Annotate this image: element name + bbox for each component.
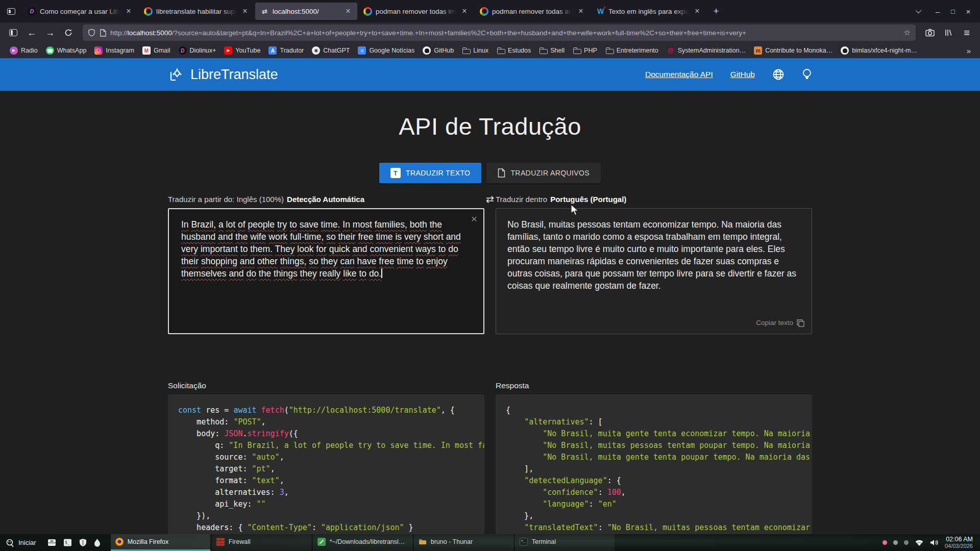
request-section-label: Solicitação — [168, 381, 484, 390]
bookmark-label: Contribute to Monoka… — [765, 47, 832, 54]
bookmark-item[interactable]: ▶ Radio — [6, 45, 41, 56]
source-language-label[interactable]: Traduzir a partir do: Inglês (100%)Detec… — [168, 195, 484, 204]
site-title-text: LibreTranslate — [190, 67, 278, 83]
taskbar-window-button[interactable]: Terminal — [515, 534, 615, 551]
tab-title: podman remover todas imag — [376, 8, 456, 15]
browser-tab[interactable]: G podman remover todas imag × — [358, 3, 474, 20]
minimize-button[interactable]: – — [930, 4, 945, 19]
bookmark-item[interactable]: Linux — [458, 45, 492, 56]
list-all-tabs-button[interactable] — [911, 4, 925, 18]
request-code-block: const res = await fetch("http://localhos… — [168, 394, 484, 534]
terminal-launcher-icon[interactable]: $_ — [63, 538, 72, 547]
window-icon — [520, 538, 528, 546]
clock[interactable]: 02:06 AM 04/03/2026 — [945, 536, 975, 549]
translate-text-tab[interactable]: T TRADUZIR TEXTO — [379, 163, 481, 183]
bookmark-label: Google Notícias — [369, 47, 414, 54]
taskbar-window-button[interactable]: *~/Downloads/libretransl… — [313, 534, 412, 551]
close-window-button[interactable]: × — [961, 4, 976, 19]
browser-tab[interactable]: G libretranslate habilitar supor × — [139, 3, 254, 20]
flame-launcher-icon[interactable] — [94, 538, 101, 547]
screen: D Como começar a usar LibreT × G libretr… — [0, 0, 980, 551]
file-manager-launcher-icon[interactable] — [47, 538, 56, 547]
bookmark-star-icon[interactable]: ☆ — [904, 28, 911, 37]
bookmark-label: Linux — [473, 47, 488, 54]
bookmark-favicon — [841, 46, 849, 55]
clear-text-button[interactable]: × — [471, 213, 477, 224]
tab-close-icon[interactable]: × — [124, 6, 134, 16]
bookmark-item[interactable]: Estudos — [493, 45, 534, 56]
tab-favicon: G — [144, 7, 153, 16]
wifi-icon[interactable] — [915, 539, 924, 546]
save-page-button[interactable] — [940, 25, 957, 40]
bookmark-item[interactable]: A Tradutor — [265, 45, 307, 56]
bookmark-item[interactable]: @ SystemAdministration… — [663, 45, 749, 56]
app-menu-button[interactable]: ≡ — [959, 25, 975, 40]
tab-close-icon[interactable]: × — [692, 6, 702, 16]
clock-date: 04/03/2026 — [945, 543, 973, 549]
url-bar[interactable]: http://localhost:5000/?source=auto&targe… — [83, 24, 916, 41]
back-button[interactable]: ← — [23, 25, 40, 40]
bookmark-item[interactable]: M Gmail — [139, 45, 174, 56]
tray-dot-pink[interactable] — [883, 540, 887, 545]
url-text: http://localhost:5000/?source=auto&targe… — [110, 29, 900, 37]
translate-files-tab[interactable]: TRADUZIR ARQUIVOS — [486, 163, 601, 183]
bookmark-item[interactable]: GitHub — [419, 45, 457, 56]
reload-button[interactable] — [60, 25, 77, 40]
forward-button[interactable]: → — [42, 25, 58, 40]
firefox-view-button[interactable] — [3, 4, 19, 19]
bookmarks-overflow-button[interactable]: » — [964, 46, 974, 55]
screenshot-button[interactable] — [922, 25, 938, 40]
new-tab-button[interactable]: + — [708, 4, 724, 19]
target-language-label[interactable]: Traduzir dentroPortuguês (Portugal) — [496, 195, 812, 204]
bookmark-favicon — [94, 46, 103, 55]
bookmark-item[interactable]: Entreterimento — [602, 45, 662, 56]
bookmark-item[interactable]: Shell — [535, 45, 568, 56]
tab-close-icon[interactable]: × — [343, 6, 353, 16]
bookmark-item[interactable]: PHP — [569, 45, 601, 56]
bookmark-item[interactable]: bimlas/xfce4-night-m… — [837, 45, 921, 56]
tab-close-icon[interactable]: × — [240, 6, 250, 16]
tab-close-icon[interactable]: × — [459, 6, 470, 16]
bookmark-item[interactable]: ▶ YouTube — [220, 45, 264, 56]
bookmark-label: YouTube — [235, 47, 260, 54]
bookmark-favicon — [573, 46, 581, 55]
bookmark-item[interactable]: m Contribute to Monoka… — [750, 45, 836, 56]
taskbar-window-button[interactable]: Mozilla Firefox — [111, 534, 210, 551]
browser-tab[interactable]: ⇄ localhost:5000/ × — [255, 3, 357, 20]
copy-text-button[interactable]: Copiar texto — [756, 317, 804, 329]
browser-tab[interactable]: G podman remover todas arma × — [475, 3, 590, 20]
bookmark-item[interactable]: D Diolinux+ — [175, 45, 220, 56]
bookmark-label: Radio — [21, 47, 38, 54]
quick-launchers: $_ — [42, 534, 106, 551]
theme-toggle-button[interactable] — [802, 68, 812, 81]
language-globe-button[interactable] — [772, 68, 785, 81]
browser-tab[interactable]: D Como começar a usar LibreT × — [22, 3, 138, 20]
bookmark-item[interactable]: Instagram — [91, 45, 138, 56]
bookmark-label: SystemAdministration… — [678, 47, 746, 54]
swap-languages-button[interactable]: ⇄ — [484, 193, 496, 205]
bookmark-item[interactable]: ☎ WhatsApp — [42, 45, 90, 56]
firewall-shield-launcher-icon[interactable] — [79, 538, 87, 547]
text-mode-icon: T — [390, 168, 401, 178]
tab-favicon: D — [28, 7, 36, 16]
maximize-button[interactable]: □ — [945, 4, 961, 19]
sidebar-toggle-button[interactable] — [5, 25, 21, 40]
api-docs-link[interactable]: Documentação API — [645, 70, 713, 79]
library-icon — [944, 29, 952, 37]
bookmark-item[interactable]: ≡ Google Notícias — [354, 45, 418, 56]
bookmark-item[interactable]: ✳ ChatGPT — [308, 45, 353, 56]
bookmark-label: Tradutor — [280, 47, 304, 54]
bookmark-favicon — [497, 46, 505, 55]
start-menu-button[interactable]: Iniciar — [0, 534, 42, 551]
browser-tab[interactable]: W Texto em inglês para expand × — [591, 3, 706, 20]
tab-close-icon[interactable]: × — [576, 6, 586, 16]
site-brand[interactable]: LibreTranslate — [168, 67, 278, 83]
bookmark-label: PHP — [584, 47, 597, 54]
volume-icon[interactable] — [930, 539, 939, 546]
tray-dot-grey-2[interactable] — [904, 540, 909, 545]
tray-dot-grey-1[interactable] — [893, 540, 898, 545]
github-link[interactable]: GitHub — [730, 70, 755, 79]
taskbar-window-button[interactable]: bruno - Thunar — [414, 534, 513, 551]
taskbar-window-button[interactable]: Firewall — [212, 534, 311, 551]
source-textarea[interactable]: In Brazil, a lot of people try to save t… — [168, 208, 484, 334]
